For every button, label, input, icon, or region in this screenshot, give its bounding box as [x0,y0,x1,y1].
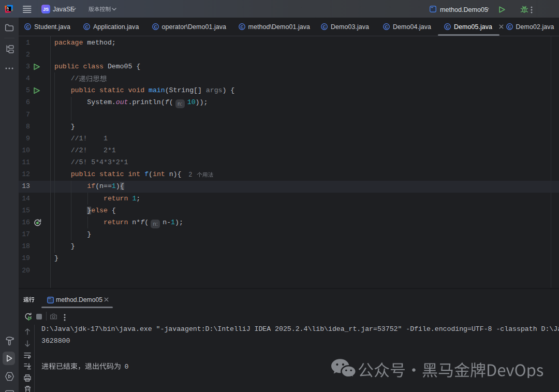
svg-text:C: C [26,24,30,30]
svg-text:C: C [508,24,511,30]
svg-text:C: C [154,24,157,30]
svg-text:C: C [240,24,243,30]
svg-text:JS: JS [43,7,49,12]
svg-text:C: C [85,24,89,30]
svg-text:C: C [323,24,326,30]
svg-text:C: C [446,24,449,30]
svg-text:C: C [385,24,388,30]
